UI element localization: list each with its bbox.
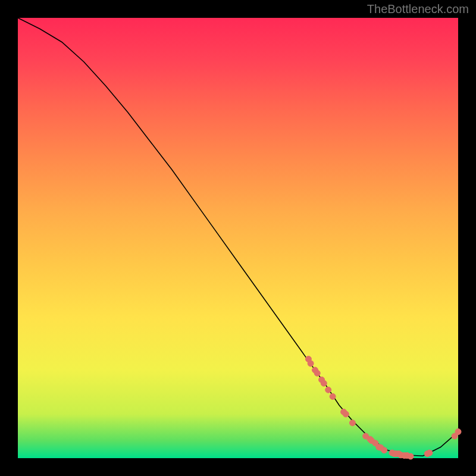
bottleneck-curve — [18, 18, 458, 456]
data-point — [408, 453, 414, 459]
data-point — [321, 380, 327, 386]
chart-plot-area — [18, 18, 458, 458]
data-points-group — [305, 356, 461, 460]
data-point — [427, 450, 433, 456]
chart-svg — [18, 18, 458, 458]
data-point — [455, 429, 461, 435]
data-point — [325, 387, 331, 393]
data-point — [330, 393, 336, 399]
data-point — [343, 411, 349, 417]
data-point — [349, 420, 355, 426]
data-point — [314, 370, 320, 376]
data-point — [381, 447, 387, 453]
data-point — [308, 361, 314, 367]
attribution-text: TheBottleneck.com — [367, 2, 469, 16]
